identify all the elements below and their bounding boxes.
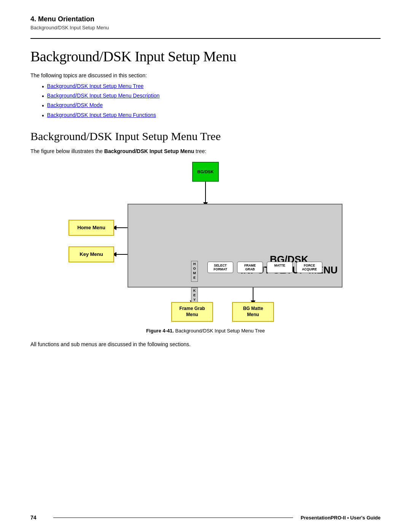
link-description[interactable]: Background/DSK Input Setup Menu Descript… — [47, 93, 160, 99]
frame-grab-line2: Menu — [179, 312, 205, 318]
bg-matte-line2: Menu — [243, 312, 263, 318]
footer-brand: PresentationPRO-II • User's Guide — [301, 515, 381, 521]
closing-text: All functions and sub menus are discusse… — [30, 341, 381, 347]
link-mode[interactable]: Background/DSK Mode — [47, 102, 103, 108]
list-item: Background/DSK Mode — [42, 102, 381, 109]
bg-dsk-top-label: BG/DSK — [198, 169, 214, 174]
key-menu-box: Key Menu — [68, 246, 114, 262]
link-tree[interactable]: Background/DSK Input Setup Menu Tree — [47, 83, 144, 89]
figure-intro-bold: Background/DSK Input Setup Menu — [104, 148, 194, 154]
bullet-list: Background/DSK Input Setup Menu Tree Bac… — [42, 83, 381, 119]
select-format-button[interactable]: SELECT FORMAT — [207, 262, 233, 273]
diagram-svg-wrap: BG/DSK BG/DSK INPUT SETUP MENU SELECT FO… — [68, 162, 342, 322]
key-menu-label: Key Menu — [80, 251, 103, 257]
bg-matte-menu-box: BG Matte Menu — [232, 302, 274, 322]
section-header: 4. Menu Orientation Background/DSK Input… — [30, 15, 381, 30]
home-menu-label: Home Menu — [77, 225, 105, 230]
bg-matte-line1: BG Matte — [243, 306, 263, 312]
diagram-container: BG/DSK BG/DSK INPUT SETUP MENU SELECT FO… — [30, 162, 381, 322]
bg-dsk-top-box: BG/DSK — [192, 162, 219, 182]
frame-grab-line1: Frame Grab — [179, 306, 205, 312]
frame-grab-button[interactable]: FRAME GRAB — [237, 262, 263, 273]
breadcrumb: Background/DSK Input Setup Menu — [30, 25, 381, 30]
figure-intro: The figure below illustrates the Backgro… — [30, 148, 381, 154]
section-subtitle: Background/DSK Input Setup Menu Tree — [30, 130, 381, 143]
list-item: Background/DSK Input Setup Menu Function… — [42, 112, 381, 119]
header-divider — [30, 38, 381, 39]
footer-divider — [53, 518, 293, 518]
figure-caption-text: Background/DSK Input Setup Menu Tree — [174, 328, 265, 334]
page-footer: 74 PresentationPRO-II • User's Guide — [0, 514, 411, 521]
home-menu-box: Home Menu — [68, 220, 114, 236]
section-number-title: 4. Menu Orientation — [30, 15, 381, 23]
figure-intro-plain: The figure below illustrates the — [30, 148, 104, 154]
figure-caption: Figure 4-41. Background/DSK Input Setup … — [30, 328, 381, 334]
link-functions[interactable]: Background/DSK Input Setup Menu Function… — [47, 112, 156, 118]
page-title: Background/DSK Input Setup Menu — [30, 48, 381, 65]
figure-intro-end: tree: — [194, 148, 206, 154]
intro-text: The following topics are discussed in th… — [30, 72, 381, 78]
button-row: SELECT FORMAT FRAME GRAB MATTE FORCE ACQ… — [191, 262, 339, 273]
main-gray-box: BG/DSK INPUT SETUP MENU SELECT FORMAT FR… — [127, 204, 342, 288]
home-side-label: HOME — [191, 261, 198, 282]
force-acquire-button[interactable]: FORCE ACQUIRE — [296, 262, 322, 273]
frame-grab-menu-box: Frame Grab Menu — [171, 302, 213, 322]
list-item: Background/DSK Input Setup Menu Descript… — [42, 93, 381, 100]
list-item: Background/DSK Input Setup Menu Tree — [42, 83, 381, 90]
matte-button[interactable]: MATTE — [267, 262, 293, 273]
figure-caption-bold: Figure 4-41. — [146, 328, 174, 334]
page-container: 4. Menu Orientation Background/DSK Input… — [0, 0, 411, 385]
key-side-label: KEY — [191, 288, 198, 304]
footer-page-number: 74 — [30, 514, 46, 521]
